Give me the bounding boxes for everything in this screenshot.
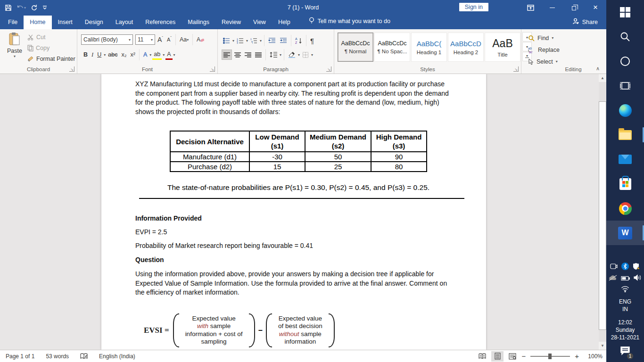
collapse-ribbon-icon[interactable]: ∧ [596,66,600,72]
borders-caret-icon[interactable]: ▾ [311,53,313,57]
font-color-button[interactable]: A [165,49,172,60]
grow-font-button[interactable]: Aˆ [156,34,165,45]
font-color-caret-icon[interactable]: ▾ [173,53,175,57]
increase-indent-button[interactable] [278,35,289,46]
font-dialog-launcher-icon[interactable] [210,66,215,72]
multilevel-caret-icon[interactable]: ▾ [260,39,262,43]
zoom-slider[interactable] [530,356,570,357]
tab-layout[interactable]: Layout [109,16,140,29]
paragraph-dialog-launcher-icon[interactable] [326,66,331,72]
replace-button[interactable]: abac Replace [528,45,560,55]
multilevel-list-button[interactable]: 1ai [249,35,259,46]
clipboard-dialog-launcher-icon[interactable] [69,66,74,72]
font-family-select[interactable]: Calibri (Body)▾ [81,34,133,45]
mail-button[interactable] [606,147,644,172]
zoom-in-button[interactable]: + [575,352,579,360]
zoom-slider-thumb[interactable] [548,354,552,359]
store-button[interactable] [606,172,644,196]
scrollbar-thumb[interactable] [599,101,606,330]
cut-button[interactable]: Cut [27,34,45,41]
ribbon-display-options-button[interactable] [520,0,541,15]
tab-view[interactable]: View [247,16,272,29]
underline-button[interactable]: U [96,49,103,60]
copy-button[interactable]: Copy [27,45,50,51]
language-indicator[interactable]: English (India) [93,353,141,360]
borders-button[interactable] [301,49,310,60]
style-normal[interactable]: AaBbCcDc ¶ Normal [338,33,373,62]
taskbar-clock[interactable]: 12:02 Sunday 28-11-2021 [611,319,640,341]
show-paragraph-marks-button[interactable]: ¶ [309,35,315,46]
select-button[interactable]: Select ▾ [528,57,560,66]
volume-icon[interactable] [634,274,642,283]
sign-in-button[interactable]: Sign in [459,3,488,11]
tab-design[interactable]: Design [79,16,109,29]
document-page[interactable]: XYZ Manufacturing Ltd must decide to man… [101,74,486,350]
numbering-caret-icon[interactable]: ▾ [246,39,248,43]
underline-caret-icon[interactable]: ▾ [104,53,106,57]
font-size-select[interactable]: 11▾ [135,34,155,45]
print-layout-button[interactable] [491,351,504,362]
file-explorer-button[interactable] [606,123,644,147]
onedrive-offline-icon[interactable] [609,274,617,283]
bullets-caret-icon[interactable]: ▾ [232,39,234,43]
tab-file[interactable]: File [2,16,24,29]
clear-formatting-button[interactable]: A [195,34,206,45]
language-tray[interactable]: ENG IN [619,298,631,313]
text-effects-button[interactable]: A [142,49,149,60]
chrome-button[interactable] [606,196,644,221]
shading-caret-icon[interactable]: ▾ [298,53,300,57]
tell-me-box[interactable]: Tell me what you want to do [309,17,390,29]
highlight-caret-icon[interactable]: ▾ [163,53,165,57]
cortana-button[interactable] [606,49,644,74]
zoom-out-button[interactable]: − [521,352,526,360]
style-title[interactable]: AaB Title [485,33,520,62]
align-center-button[interactable] [233,49,242,60]
shading-button[interactable] [287,49,297,60]
numbering-button[interactable]: 123 [235,35,245,46]
minimize-button[interactable] [541,0,563,15]
close-button[interactable]: × [585,0,606,15]
wifi-icon[interactable] [621,286,629,294]
tab-mailings[interactable]: Mailings [182,16,215,29]
share-button[interactable]: Share [572,18,598,26]
line-spacing-button[interactable] [268,49,279,60]
meet-now-icon[interactable] [610,263,618,272]
word-count[interactable]: 53 words [40,353,74,360]
change-case-button[interactable]: Aa▾ [178,34,190,45]
edge-button[interactable] [606,98,644,123]
tab-references[interactable]: References [139,16,182,29]
decrease-indent-button[interactable] [267,35,277,46]
style-heading2[interactable]: AaBbCcD Heading 2 [448,33,484,62]
vertical-scrollbar[interactable]: ▲ ▼ [599,74,606,350]
word-taskbar-button[interactable]: W [606,221,644,245]
format-painter-button[interactable]: Format Painter [27,56,75,62]
line-spacing-caret-icon[interactable]: ▾ [280,53,281,57]
highlight-color-button[interactable]: ab [152,49,162,60]
tab-help[interactable]: Help [272,16,297,29]
start-button[interactable] [606,0,644,25]
strikethrough-button[interactable]: abc [107,49,119,60]
web-layout-button[interactable] [506,351,519,362]
scroll-down-icon[interactable]: ▼ [599,342,606,350]
text-effects-caret-icon[interactable]: ▾ [149,53,151,57]
sort-button[interactable]: AZ [294,35,304,46]
tab-review[interactable]: Review [215,16,247,29]
action-center-button[interactable]: 1 [620,346,630,357]
bluetooth-icon[interactable] [621,263,629,272]
tab-insert[interactable]: Insert [52,16,79,29]
battery-icon[interactable] [621,274,630,283]
taskbar-search-button[interactable] [606,25,644,49]
superscript-button[interactable]: x² [129,49,137,60]
restore-button[interactable] [563,0,585,15]
proofing-icon[interactable] [74,353,93,360]
italic-button[interactable]: I [90,49,95,60]
tab-home[interactable]: Home [24,16,51,29]
defender-icon[interactable]: ! [633,263,641,272]
read-mode-button[interactable] [476,351,488,362]
subscript-button[interactable]: x₂ [120,49,128,60]
scroll-up-icon[interactable]: ▲ [599,74,606,82]
paste-button[interactable]: Paste ▾ [4,32,25,66]
align-left-button[interactable] [222,49,232,60]
bold-button[interactable]: B [82,49,89,60]
style-no-spacing[interactable]: AaBbCcDc ¶ No Spac... [374,33,410,62]
